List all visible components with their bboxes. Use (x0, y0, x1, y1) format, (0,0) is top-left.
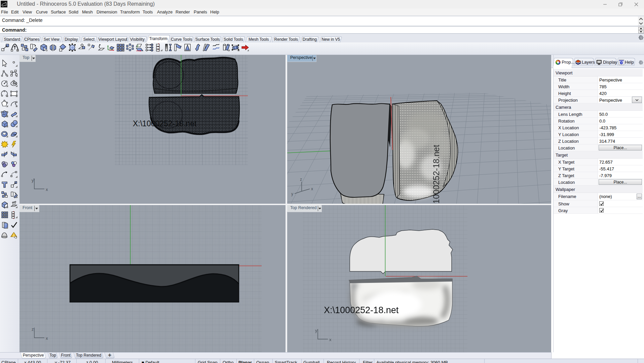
svg-text:X:\1000252-18.net: X:\1000252-18.net (133, 119, 197, 128)
svg-text:z: z (300, 177, 302, 182)
svg-text:x: x (46, 336, 48, 341)
svg-text:X:\1000252-18.net: X:\1000252-18.net (324, 305, 399, 315)
svg-text:x: x (329, 337, 332, 342)
svg-text:x: x (46, 187, 48, 192)
svg-text:y: y (32, 178, 34, 183)
svg-text:1000252-18.net: 1000252-18.net (431, 145, 441, 204)
svg-text:y: y (291, 192, 293, 196)
svg-text:?: ? (620, 61, 622, 65)
svg-text:y: y (315, 328, 317, 333)
svg-text:z: z (32, 327, 34, 332)
svg-text:x: x (311, 187, 313, 191)
